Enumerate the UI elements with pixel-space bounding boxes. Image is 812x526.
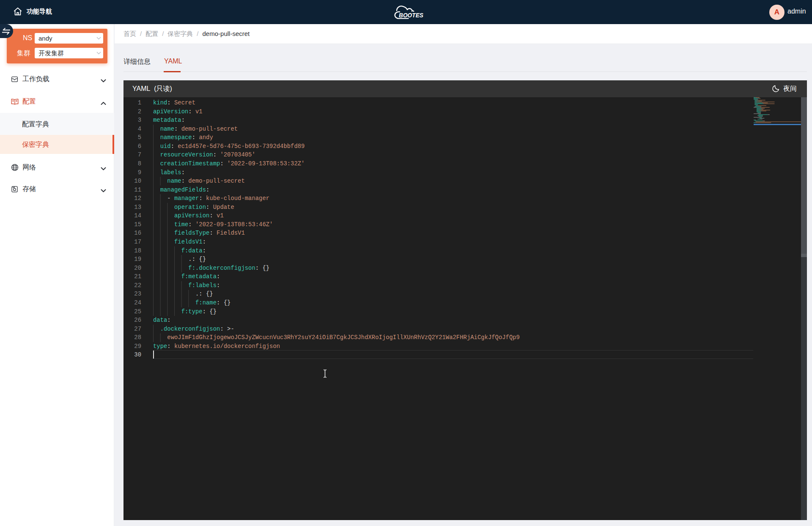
svg-text:BOOTES: BOOTES [399,11,424,19]
